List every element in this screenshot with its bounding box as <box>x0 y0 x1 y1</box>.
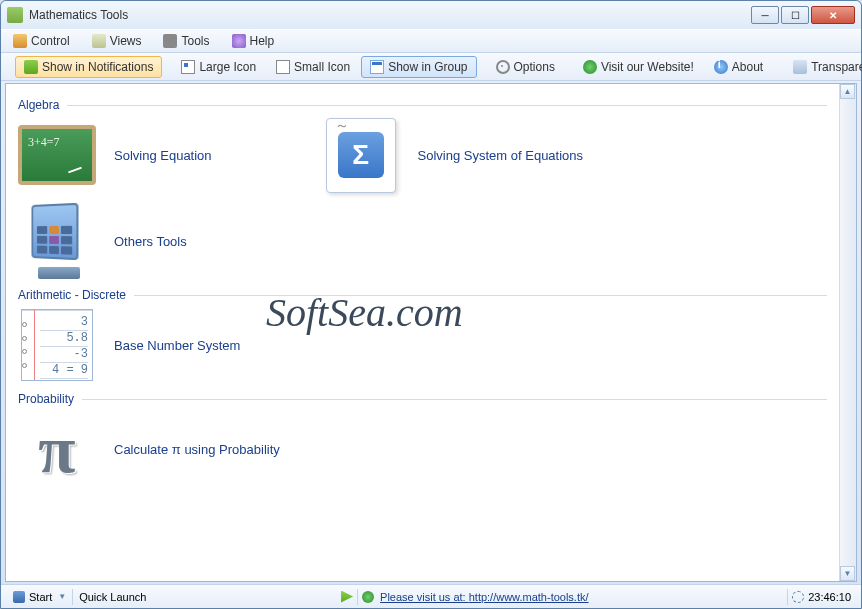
menubar: Control Views Tools Help <box>1 29 861 53</box>
group-header-algebra: Algebra <box>18 98 827 112</box>
vertical-scrollbar[interactable]: ▲ ▼ <box>839 84 856 581</box>
options-icon <box>496 60 510 74</box>
statusbar: Start ▼ Quick Launch Please visit us at:… <box>1 584 861 608</box>
large-icon-icon <box>181 60 195 74</box>
menu-help[interactable]: Help <box>228 32 279 50</box>
globe-icon <box>362 591 374 603</box>
window-buttons: ─ ☐ ✕ <box>749 6 855 24</box>
scroll-down-button[interactable]: ▼ <box>840 566 855 581</box>
item-row: Others Tools <box>18 202 827 280</box>
item-row: 3 5.8 -3 4 = 9 Base Number System <box>18 306 827 384</box>
item-calculate-pi[interactable]: π Calculate π using Probability <box>18 410 280 488</box>
content: Algebra 3+4=7 Solving Equation Σ Solving… <box>6 84 839 581</box>
views-icon <box>92 34 106 48</box>
transparency-icon <box>793 60 807 74</box>
group-header-probability: Probability <box>18 392 827 406</box>
transparency-button[interactable]: Transparency ▼ <box>784 56 862 78</box>
show-in-group-button[interactable]: Show in Group <box>361 56 476 78</box>
statusbar-separator <box>787 589 788 605</box>
about-icon <box>714 60 728 74</box>
window-title: Mathematics Tools <box>29 8 749 22</box>
calculator-device-icon <box>18 202 96 280</box>
tools-icon <box>163 34 177 48</box>
statusbar-separator <box>357 589 358 605</box>
visit-link[interactable]: Please visit us at: http://www.math-tool… <box>374 591 594 603</box>
item-others-tools[interactable]: Others Tools <box>18 202 187 280</box>
chevron-down-icon: ▼ <box>58 592 66 601</box>
item-row: π Calculate π using Probability <box>18 410 827 488</box>
quick-launch-label: Quick Launch <box>73 589 152 605</box>
item-base-number-system[interactable]: 3 5.8 -3 4 = 9 Base Number System <box>18 306 240 384</box>
maximize-button[interactable]: ☐ <box>781 6 809 24</box>
titlebar: Mathematics Tools ─ ☐ ✕ <box>1 1 861 29</box>
notebook-icon: 3 5.8 -3 4 = 9 <box>18 306 96 384</box>
control-icon <box>13 34 27 48</box>
menu-tools[interactable]: Tools <box>159 32 213 50</box>
pi-icon: π <box>18 410 96 488</box>
group-header-arithmetic: Arithmetic - Discrete <box>18 288 827 302</box>
chalkboard-icon: 3+4=7 <box>18 116 96 194</box>
toolbar: Show in Notifications Large Icon Small I… <box>1 53 861 81</box>
item-solving-equation[interactable]: 3+4=7 Solving Equation <box>18 116 212 194</box>
app-window: Mathematics Tools ─ ☐ ✕ Control Views To… <box>0 0 862 609</box>
start-button[interactable]: Start ▼ <box>7 589 73 605</box>
menu-control[interactable]: Control <box>9 32 74 50</box>
item-label: Base Number System <box>114 338 240 353</box>
help-icon <box>232 34 246 48</box>
content-area: Algebra 3+4=7 Solving Equation Σ Solving… <box>5 83 857 582</box>
close-button[interactable]: ✕ <box>811 6 855 24</box>
globe-icon <box>583 60 597 74</box>
large-icon-button[interactable]: Large Icon <box>172 56 265 78</box>
minimize-button[interactable]: ─ <box>751 6 779 24</box>
show-notifications-button[interactable]: Show in Notifications <box>15 56 162 78</box>
start-icon <box>13 591 25 603</box>
menu-views[interactable]: Views <box>88 32 146 50</box>
clock-icon <box>792 591 804 603</box>
item-label: Others Tools <box>114 234 187 249</box>
sigma-doc-icon: Σ <box>322 116 400 194</box>
options-button[interactable]: Options <box>487 56 564 78</box>
clock-time: 23:46:10 <box>804 591 855 603</box>
group-icon <box>370 60 384 74</box>
item-label: Solving Equation <box>114 148 212 163</box>
item-label: Calculate π using Probability <box>114 442 280 457</box>
item-row: 3+4=7 Solving Equation Σ Solving System … <box>18 116 827 194</box>
scroll-up-button[interactable]: ▲ <box>840 84 855 99</box>
play-icon[interactable] <box>341 591 353 603</box>
item-solving-system[interactable]: Σ Solving System of Equations <box>322 116 583 194</box>
visit-website-button[interactable]: Visit our Website! <box>574 56 703 78</box>
app-icon <box>7 7 23 23</box>
small-icon-button[interactable]: Small Icon <box>267 56 359 78</box>
item-label: Solving System of Equations <box>418 148 583 163</box>
notifications-icon <box>24 60 38 74</box>
about-button[interactable]: About <box>705 56 772 78</box>
small-icon-icon <box>276 60 290 74</box>
